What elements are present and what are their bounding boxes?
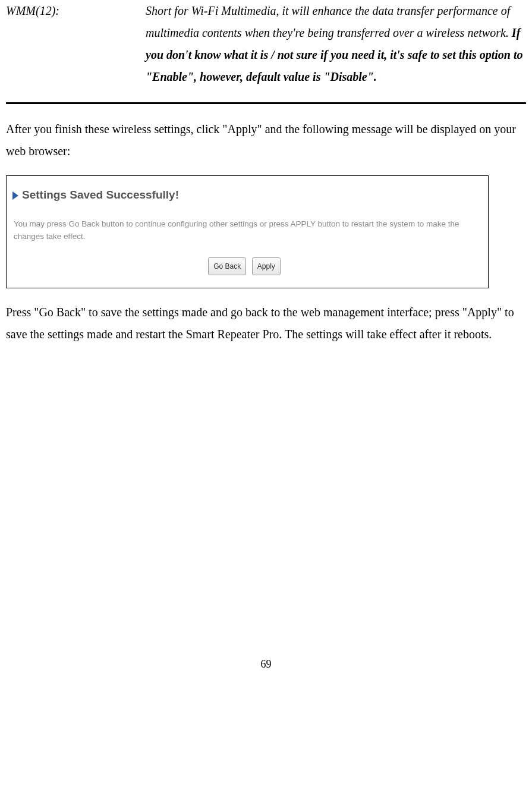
screenshot-heading-row: Settings Saved Successfully! bbox=[11, 184, 477, 205]
screenshot-heading: Settings Saved Successfully! bbox=[22, 184, 179, 205]
definition-desc-plain: Short for Wi-Fi Multimedia, it will enha… bbox=[146, 4, 512, 39]
screenshot-body-text: You may press Go Back button to continue… bbox=[14, 218, 475, 243]
go-back-button[interactable]: Go Back bbox=[208, 257, 246, 275]
page-number: 69 bbox=[6, 655, 526, 674]
triangle-bullet-icon bbox=[12, 191, 18, 200]
apply-button[interactable]: Apply bbox=[252, 257, 281, 275]
definition-term: WMM(12): bbox=[6, 0, 146, 22]
paragraph-explanation: Press "Go Back" to save the settings mad… bbox=[6, 301, 526, 345]
divider bbox=[6, 102, 526, 104]
definition-description: Short for Wi-Fi Multimedia, it will enha… bbox=[146, 0, 526, 88]
definition-row: WMM(12): Short for Wi-Fi Multimedia, it … bbox=[6, 0, 526, 88]
settings-saved-screenshot: Settings Saved Successfully! You may pre… bbox=[6, 175, 489, 288]
screenshot-button-row: Go Back Apply bbox=[11, 254, 477, 276]
paragraph-intro: After you finish these wireless settings… bbox=[6, 118, 526, 162]
